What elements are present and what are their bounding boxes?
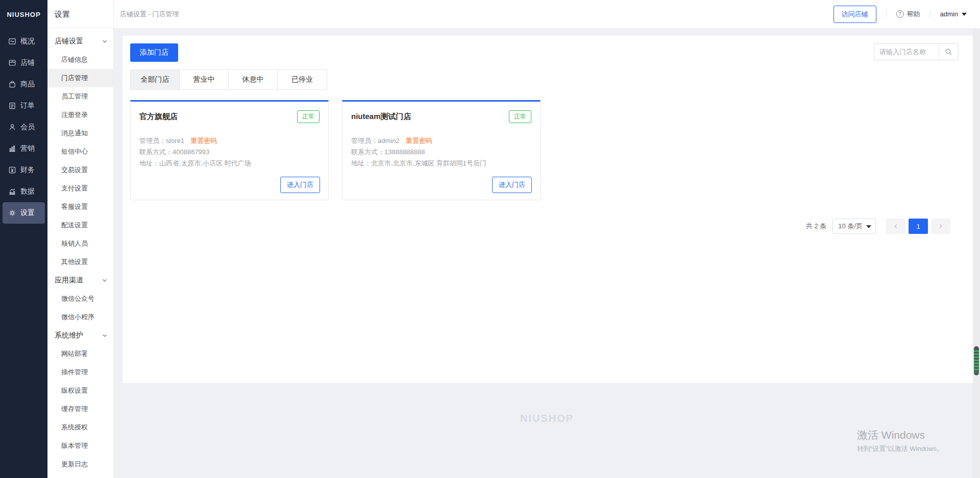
- sidebar-item-label: 财务: [20, 165, 35, 175]
- enter-store-button[interactable]: 进入门店: [492, 177, 532, 193]
- sidebar-item-overview[interactable]: 概况: [0, 31, 47, 52]
- status-tab[interactable]: 已停业: [278, 70, 327, 89]
- secondary-menu-item-label: 版权设置: [61, 386, 88, 395]
- secondary-menu-item[interactable]: 缓存管理: [47, 400, 113, 418]
- data-icon: [8, 187, 16, 196]
- secondary-menu-item[interactable]: 配送设置: [47, 216, 113, 234]
- reset-password-link[interactable]: 重置密码: [190, 137, 217, 145]
- sidebar-item-data[interactable]: 数据: [0, 181, 47, 202]
- page-size-value: 10 条/页: [838, 222, 863, 231]
- secondary-menu-item[interactable]: 店铺设置: [47, 32, 113, 51]
- secondary-menu-item[interactable]: 应用渠道: [47, 271, 113, 290]
- goods-icon: [8, 80, 16, 88]
- caret-down-icon: [866, 225, 871, 228]
- status-badge: 正常: [297, 110, 320, 123]
- secondary-menu-item[interactable]: 交易设置: [47, 161, 113, 179]
- secondary-menu-item-label: 消息通知: [61, 129, 88, 138]
- address-label: 地址：: [351, 159, 371, 167]
- store-card: 官方旗舰店 正常 管理员：store1重置密码 联系方式：4008867993 …: [130, 100, 329, 200]
- secondary-menu-item[interactable]: 微信公众号: [47, 290, 113, 308]
- status-tab[interactable]: 休息中: [229, 70, 278, 89]
- secondary-menu-item[interactable]: 微信小程序: [47, 308, 113, 326]
- vertical-scrollbar-thumb[interactable]: [974, 346, 979, 375]
- store-name: 官方旗舰店: [139, 112, 178, 122]
- topbar-divider: [886, 10, 887, 18]
- question-circle-icon: ?: [896, 10, 904, 18]
- search-icon[interactable]: [939, 44, 958, 60]
- secondary-menu-item[interactable]: 插件管理: [47, 363, 113, 381]
- help-button[interactable]: ? 帮助: [896, 10, 920, 19]
- admin-label: 管理员：: [139, 137, 166, 145]
- store-card-details: 管理员：admin2重置密码 联系方式：13888888888 地址：北京市,北…: [351, 135, 531, 169]
- secondary-menu-item[interactable]: 客服设置: [47, 198, 113, 216]
- secondary-menu-item-label: 版本管理: [61, 441, 88, 450]
- sidebar-item-settings[interactable]: 设置: [3, 202, 45, 224]
- enter-store-button[interactable]: 进入门店: [280, 177, 320, 193]
- secondary-menu-item-label: 更新日志: [61, 460, 88, 469]
- pagination-total: 共 2 条: [806, 222, 826, 231]
- main-column: 店铺设置 - 门店管理 访问店铺 ? 帮助 admin 添加门店: [114, 0, 980, 478]
- sidebar-item-goods[interactable]: 商品: [0, 74, 47, 95]
- secondary-menu-item[interactable]: 版本管理: [47, 437, 113, 455]
- sidebar-item-members[interactable]: 会员: [0, 116, 47, 138]
- user-menu[interactable]: admin: [940, 10, 967, 18]
- store-card-details: 管理员：store1重置密码 联系方式：4008867993 地址：山西省,太原…: [139, 135, 320, 169]
- sidebar-item-finance[interactable]: 财务: [0, 159, 47, 181]
- add-store-button[interactable]: 添加门店: [130, 43, 178, 62]
- sidebar-item-marketing[interactable]: 营销: [0, 138, 47, 159]
- shop-icon: [8, 59, 16, 67]
- next-page-button[interactable]: [931, 219, 950, 234]
- windows-activation-line1: 激活 Windows: [857, 428, 943, 442]
- secondary-menu-item[interactable]: 员工管理: [47, 87, 113, 106]
- prev-page-button[interactable]: [886, 219, 905, 234]
- reset-password-link[interactable]: 重置密码: [406, 137, 432, 145]
- visit-store-button[interactable]: 访问店铺: [834, 6, 876, 23]
- secondary-menu-item[interactable]: 门店管理: [47, 69, 113, 87]
- secondary-menu-item[interactable]: 系统维护: [47, 326, 113, 345]
- status-tab[interactable]: 全部门店: [131, 70, 180, 89]
- secondary-menu-item-label: 员工管理: [61, 92, 88, 101]
- sidebar-item-shop[interactable]: 店铺: [0, 52, 47, 74]
- secondary-menu-item[interactable]: 系统授权: [47, 418, 113, 437]
- vertical-scrollbar-track[interactable]: [973, 29, 980, 478]
- footer-watermark: NIUSHOP: [114, 413, 980, 424]
- secondary-menu-item-label: 插件管理: [61, 368, 88, 377]
- secondary-menu-item[interactable]: 店铺信息: [47, 51, 113, 69]
- secondary-menu-item-label: 交易设置: [61, 165, 88, 175]
- secondary-menu-item[interactable]: 消息通知: [47, 124, 113, 142]
- secondary-menu-item[interactable]: 核销人员: [47, 234, 113, 253]
- secondary-menu-item-label: 其他设置: [61, 257, 88, 267]
- secondary-menu: 店铺设置 店铺信息 门店管理 员工管理 注册登录: [47, 28, 113, 478]
- store-card-list: 官方旗舰店 正常 管理员：store1重置密码 联系方式：4008867993 …: [130, 100, 965, 200]
- scrollbar-stripes: [974, 350, 979, 372]
- status-tab[interactable]: 营业中: [180, 70, 229, 89]
- chevron-down-icon: [102, 333, 107, 338]
- search-input[interactable]: [874, 48, 939, 56]
- store-admin-row: 管理员：store1重置密码: [139, 135, 320, 147]
- brand-logo: NIUSHOP: [0, 0, 47, 29]
- page-size-select[interactable]: 10 条/页: [832, 219, 876, 234]
- sidebar-item-label: 店铺: [20, 58, 35, 67]
- windows-activation-line2: 转到“设置”以激活 Windows。: [857, 444, 943, 453]
- secondary-menu-item[interactable]: 支付设置: [47, 179, 113, 198]
- secondary-menu-item[interactable]: 其他设置: [47, 253, 113, 271]
- secondary-menu-item[interactable]: 更新日志: [47, 455, 113, 473]
- sidebar-item-label: 设置: [20, 208, 35, 218]
- secondary-menu-item[interactable]: 网站部署: [47, 345, 113, 363]
- sidebar-item-label: 订单: [20, 101, 35, 110]
- secondary-menu-item[interactable]: 版权设置: [47, 381, 113, 400]
- sidebar-item-label: 商品: [20, 80, 35, 89]
- content-area: 添加门店 全部门店营业中休息中已停业 官方旗舰店 正常: [114, 29, 980, 478]
- secondary-menu-item-label: 支付设置: [61, 184, 88, 193]
- store-card-head: 官方旗舰店 正常: [139, 110, 320, 123]
- store-management-panel: 添加门店 全部门店营业中休息中已停业 官方旗舰店 正常: [122, 36, 973, 383]
- secondary-menu-item[interactable]: 注册登录: [47, 106, 113, 124]
- store-card-head: niuteam测试门店 正常: [351, 110, 531, 123]
- page-number-button[interactable]: 1: [909, 219, 928, 234]
- secondary-menu-item[interactable]: 短信中心: [47, 142, 113, 161]
- contact-label: 联系方式：: [139, 148, 173, 156]
- sidebar-item-orders[interactable]: 订单: [0, 95, 47, 116]
- windows-activation-watermark: 激活 Windows 转到“设置”以激活 Windows。: [857, 428, 943, 453]
- secondary-menu-item-label: 店铺信息: [61, 55, 88, 64]
- topbar-divider: [930, 10, 930, 18]
